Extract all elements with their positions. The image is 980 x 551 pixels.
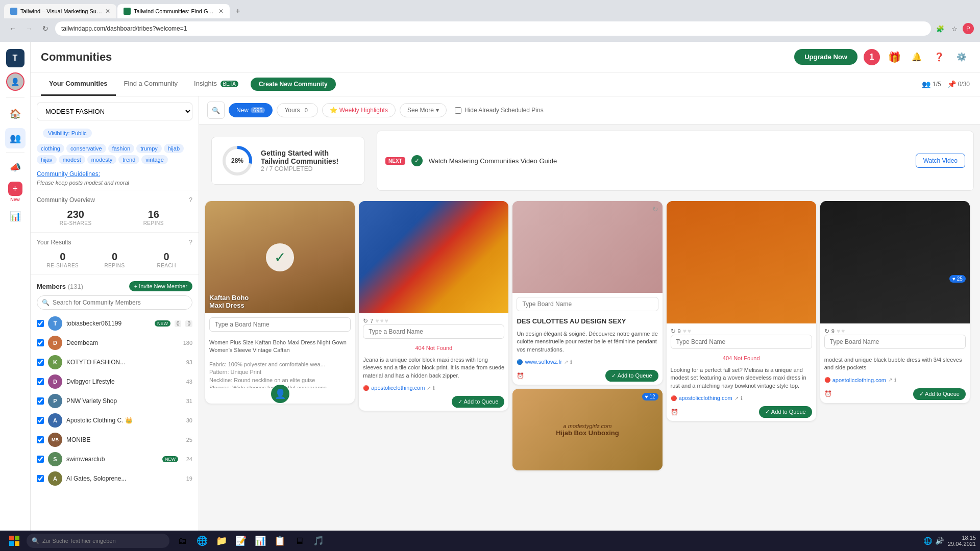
board-name-input-orange[interactable]: [671, 335, 812, 349]
pin-card-hijab: a modestygirlz.com Hijab Box Unboxing ♥ …: [512, 389, 662, 470]
results-help-icon[interactable]: ?: [189, 239, 192, 246]
add-queue-button-colorblock[interactable]: ✓ Add to Queue: [452, 396, 504, 408]
back-button[interactable]: ←: [6, 22, 19, 35]
overview-help-icon[interactable]: ?: [189, 196, 192, 204]
member-item: A Al Gates, Soloprene... 19: [37, 469, 192, 488]
results-reshares: 0 RE-SHARES: [37, 251, 89, 268]
external-link-icon: ↗: [427, 385, 431, 391]
add-queue-button-black[interactable]: ✓ Add to Queue: [913, 388, 966, 400]
tab-insights[interactable]: Insights BETA: [186, 72, 247, 96]
member-new-badge-1: NEW: [155, 320, 170, 327]
nav-analytics[interactable]: 📊: [5, 206, 26, 227]
nav-communities[interactable]: 👥: [5, 128, 26, 148]
tab-close-1[interactable]: ✕: [105, 8, 110, 15]
repin-icon: ↻: [363, 317, 368, 324]
filter-search-button[interactable]: 🔍: [207, 102, 225, 119]
board-name-input-colorblock[interactable]: [363, 324, 504, 339]
watch-video-button[interactable]: Watch Video: [916, 154, 965, 168]
settings-button[interactable]: ⚙️: [953, 49, 970, 65]
user-avatar-kaftan: 👤: [271, 385, 289, 403]
member-item: D Dvibgyor Lifestyle 43: [37, 372, 192, 391]
refresh-button[interactable]: ↻: [39, 22, 52, 35]
pin-hearts: ♥ ♥ ♥: [375, 317, 388, 324]
tag-hijav: hijav: [37, 155, 57, 164]
repin-icon-orange: ↻: [671, 328, 676, 335]
pin-body-lingerie: [512, 293, 662, 315]
tab-your-communities[interactable]: Your Communities: [41, 72, 116, 96]
nav-megaphone[interactable]: 📣: [5, 157, 26, 178]
pin-check-overlay: ✓: [266, 243, 294, 271]
member-checkbox-7[interactable]: [37, 436, 44, 443]
progress-banner: 28% Getting Started with Tailwind Commun…: [211, 137, 364, 185]
add-queue-button-orange[interactable]: ✓ Add to Queue: [759, 406, 812, 418]
address-input[interactable]: [55, 21, 931, 36]
create-community-button[interactable]: Create New Community: [251, 78, 336, 91]
chevron-down-icon: ▾: [436, 107, 439, 114]
pin-hearts-black: ♥ ♥: [837, 328, 845, 335]
nav-logo[interactable]: T: [5, 48, 26, 68]
community-guidelines-link[interactable]: Community Guidelines:: [31, 168, 199, 180]
profile-button[interactable]: P: [963, 23, 974, 34]
member-item: K KOTYTO FASHION... 93: [37, 353, 192, 372]
member-avatar-3: K: [48, 355, 62, 369]
user-avatar[interactable]: 👤: [6, 72, 24, 91]
invite-member-button[interactable]: + Invite New Member: [129, 281, 192, 291]
content-area: MODEST FASHION Visibility: Public clothi…: [31, 96, 980, 531]
weekly-highlights-button[interactable]: ⭐ Weekly Highlights: [322, 103, 396, 117]
clock-icon: ⏰: [517, 372, 524, 380]
nav-separator: [6, 153, 24, 153]
members-title: Members (131): [37, 283, 83, 290]
member-checkbox-5[interactable]: [37, 397, 44, 405]
sidebar: MODEST FASHION Visibility: Public clothi…: [31, 96, 199, 531]
pin-column-1: ✓ Kaftan BohoMaxi Dress Women Plus Size …: [205, 201, 355, 470]
member-checkbox-4[interactable]: [37, 378, 44, 385]
extensions-button[interactable]: 🧩: [934, 22, 946, 35]
pin-description-kaftan: Women Plus Size Kaftan Boho Maxi Dress N…: [205, 336, 355, 358]
notification-button[interactable]: 1: [864, 49, 880, 65]
pin-repins-black: ↻ 9 ♥ ♥: [824, 328, 966, 335]
info-icon-3: ℹ: [741, 395, 743, 401]
forward-button[interactable]: →: [22, 22, 36, 35]
pin-image-kaftan: ✓ Kaftan BohoMaxi Dress: [205, 201, 355, 313]
search-members-input[interactable]: [37, 295, 192, 310]
members-section: Members (131) + Invite New Member 🔍 T to: [31, 274, 199, 494]
member-checkbox-6[interactable]: [37, 417, 44, 424]
member-item: A Apostolic Clothing C. 👑 30: [37, 411, 192, 430]
nav-home[interactable]: 🏠: [5, 104, 26, 124]
check-icon: ✓: [411, 155, 423, 166]
hide-scheduled-checkbox[interactable]: [455, 107, 461, 114]
community-select[interactable]: MODEST FASHION: [37, 103, 192, 120]
add-queue-button-lingerie[interactable]: ✓ Add to Queue: [605, 370, 658, 382]
tab-favicon-1: [10, 8, 17, 15]
member-checkbox-8[interactable]: [37, 456, 44, 463]
nav-new[interactable]: + New: [5, 182, 26, 202]
board-name-input-kaftan[interactable]: [209, 317, 351, 332]
gift-button[interactable]: 🎁: [886, 49, 902, 65]
new-filter-button[interactable]: New 695: [229, 103, 273, 117]
member-checkbox-1[interactable]: [37, 320, 44, 327]
member-score-1b: 0: [185, 320, 192, 327]
bookmark-star[interactable]: ☆: [948, 22, 961, 35]
browser-tab-2[interactable]: Tailwind Communities: Find Gre... ✕: [117, 4, 230, 18]
page-title: Communities: [41, 51, 112, 64]
member-checkbox-9[interactable]: [37, 475, 44, 482]
tags-container: clothing conservative fashion trumpy hij…: [31, 140, 199, 168]
new-tab-button[interactable]: +: [231, 4, 245, 18]
board-name-input-black[interactable]: [824, 335, 966, 349]
help-button[interactable]: ❓: [931, 49, 947, 65]
pin-card-orange: ↻ 9 ♥ ♥ 404 Not Found Looki: [667, 201, 816, 421]
bell-button[interactable]: 🔔: [909, 49, 925, 65]
tab-find-community[interactable]: Find a Community: [116, 72, 186, 96]
member-checkbox-2[interactable]: [37, 339, 44, 346]
yours-filter-button[interactable]: Yours 0: [277, 103, 317, 117]
upgrade-button[interactable]: Upgrade Now: [794, 49, 857, 65]
browser-tab-1[interactable]: Tailwind – Visual Marketing Suite... ✕: [4, 4, 116, 18]
member-checkbox-3[interactable]: [37, 359, 44, 366]
tab-close-2[interactable]: ✕: [218, 8, 224, 15]
progress-text: Getting Started with Tailwind Communitie…: [261, 149, 354, 172]
pins-stat: 📌 0/30: [947, 80, 970, 88]
member-count-6: 30: [182, 417, 192, 423]
see-more-button[interactable]: See More ▾: [400, 103, 447, 117]
member-score-1a: 0: [175, 320, 182, 327]
board-name-input-lingerie[interactable]: [517, 297, 658, 311]
